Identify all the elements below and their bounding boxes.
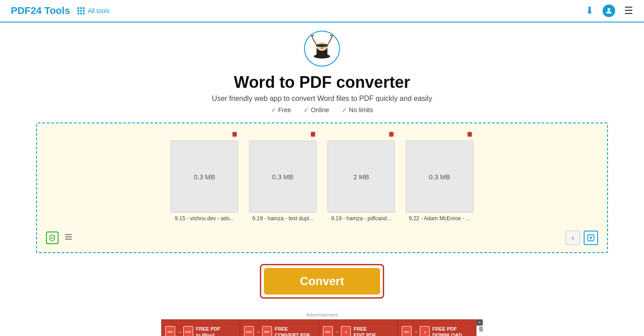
ad-card[interactable]: DOC → PDF FREE CONVERT PDF xyxy=(240,319,319,336)
mascot-area xyxy=(0,31,644,67)
ad-info-icon[interactable]: i xyxy=(479,327,483,331)
feature-nolimits: ✓No limits xyxy=(342,106,373,114)
site-logo[interactable]: PDF24 Tools xyxy=(11,5,70,17)
footer-right: ‹ xyxy=(566,231,598,245)
svg-point-6 xyxy=(321,47,323,49)
header-actions: ⬇ ☰ xyxy=(585,5,633,17)
ad-card-text: FREE PDF to Word xyxy=(196,326,220,336)
list-view-icon[interactable] xyxy=(64,232,73,244)
ad-icon-2: ✎ xyxy=(341,326,351,336)
ad-icon-1: PDF xyxy=(402,326,412,336)
file-name: 9.15 - vishnu dev - ado... xyxy=(175,215,234,222)
svg-rect-16 xyxy=(390,132,392,133)
ad-icon-1: DOC xyxy=(244,326,254,336)
ad-label: Advertisement xyxy=(0,312,644,318)
dropzone-footer: ‹ xyxy=(46,229,598,247)
file-delete-button[interactable] xyxy=(309,131,317,140)
features-row: ✓Free ✓Online ✓No limits xyxy=(0,106,644,114)
ad-icon-1: PDF xyxy=(323,326,333,336)
file-delete-button[interactable] xyxy=(231,131,238,140)
ad-card-text: FREE PDF DOWNLOAD xyxy=(432,326,462,336)
header: PDF24 Tools All tools ⬇ ☰ xyxy=(0,0,644,23)
feature-online: ✓Online xyxy=(304,106,329,114)
hamburger-menu-icon[interactable]: ☰ xyxy=(624,5,633,17)
footer-left xyxy=(46,232,73,244)
svg-rect-18 xyxy=(467,133,472,136)
grid-icon xyxy=(77,7,85,14)
all-tools-link[interactable]: All tools xyxy=(77,7,110,14)
svg-rect-9 xyxy=(232,133,236,136)
convert-section: Convert xyxy=(0,264,644,299)
ad-card-text: FREE EDIT PDF xyxy=(354,326,376,336)
check-icon-online: ✓ xyxy=(304,106,309,114)
all-tools-label: All tools xyxy=(88,7,110,14)
ad-card-icons: PDF → ✎ xyxy=(323,326,351,336)
ad-arrow-icon: → xyxy=(255,329,261,335)
file-item: 0.3 MB 9.19 - hamza - text dupl... xyxy=(249,132,317,222)
ad-card[interactable]: PDF → ✎ FREE EDIT PDF xyxy=(319,319,398,336)
ad-icon-2: DOC xyxy=(183,326,193,336)
file-thumbnail: 0.3 MB xyxy=(171,141,238,213)
page-subtitle: User friendly web app to convert Word fi… xyxy=(0,95,644,103)
file-item: 0.3 MB 9.15 - vishnu dev - ado... xyxy=(171,132,238,222)
user-avatar[interactable] xyxy=(603,5,615,17)
ad-arrow-icon: → xyxy=(413,329,418,335)
ad-close-button[interactable]: × xyxy=(476,319,483,326)
shield-icon xyxy=(46,232,59,244)
ad-card[interactable]: PDF → DOC FREE PDF to Word xyxy=(161,319,240,336)
dropzone[interactable]: 0.3 MB 9.15 - vishnu dev - ado... 0.3 MB… xyxy=(36,123,608,253)
ad-icon-2: ⬇ xyxy=(420,326,430,336)
file-thumbnail: 0.3 MB xyxy=(249,141,317,213)
ad-card-text: FREE CONVERT PDF xyxy=(275,326,310,336)
svg-rect-12 xyxy=(311,133,315,136)
file-name: 9.19 - hamza - pdfcand... xyxy=(331,215,391,222)
ad-card-icons: DOC → PDF xyxy=(244,326,272,336)
ad-icon-1: PDF xyxy=(165,326,175,336)
file-thumbnail: 2 MB xyxy=(327,141,395,213)
check-icon-free: ✓ xyxy=(271,106,277,114)
file-delete-button[interactable] xyxy=(466,131,473,140)
download-icon[interactable]: ⬇ xyxy=(585,5,594,17)
files-row: 0.3 MB 9.15 - vishnu dev - ado... 0.3 MB… xyxy=(46,132,598,226)
prev-page-button[interactable]: ‹ xyxy=(566,231,580,245)
check-icon-nolimits: ✓ xyxy=(342,106,347,114)
ad-icon-2: PDF xyxy=(262,326,272,336)
mascot-circle xyxy=(304,31,340,67)
ad-card[interactable]: PDF → ⬇ FREE PDF DOWNLOAD xyxy=(398,319,476,336)
ad-row: PDF → DOC FREE PDF to Word DOC → PDF FRE… xyxy=(161,319,476,336)
ad-arrow-icon: → xyxy=(177,329,182,335)
advertisement-section: Advertisement PDF → DOC FREE PDF to Word… xyxy=(0,312,644,336)
convert-button-highlight: Convert xyxy=(260,264,384,299)
file-thumbnail: 0.3 MB xyxy=(406,141,473,213)
file-item: 0.3 MB 9.22 - Adam McEnroe - ... xyxy=(406,132,473,222)
svg-point-7 xyxy=(316,44,328,47)
page-title: Word to PDF converter xyxy=(0,73,644,92)
svg-rect-15 xyxy=(389,133,393,136)
file-name: 9.19 - hamza - text dupl... xyxy=(252,215,313,222)
mascot-image xyxy=(308,32,336,65)
svg-rect-19 xyxy=(468,132,471,133)
svg-rect-13 xyxy=(312,132,314,133)
svg-point-0 xyxy=(608,8,610,11)
ad-arrow-icon: → xyxy=(334,329,340,335)
page-title-section: Word to PDF converter User friendly web … xyxy=(0,73,644,114)
feature-free: ✓Free xyxy=(271,106,291,114)
ad-card-icons: PDF → DOC xyxy=(165,326,193,336)
convert-button[interactable]: Convert xyxy=(264,268,380,295)
svg-rect-10 xyxy=(233,132,236,133)
ad-card-icons: PDF → ⬇ xyxy=(402,326,430,336)
add-file-button[interactable] xyxy=(584,231,598,245)
file-name: 9.22 - Adam McEnroe - ... xyxy=(409,215,471,222)
file-delete-button[interactable] xyxy=(388,131,395,140)
file-item: 2 MB 9.19 - hamza - pdfcand... xyxy=(327,132,395,222)
